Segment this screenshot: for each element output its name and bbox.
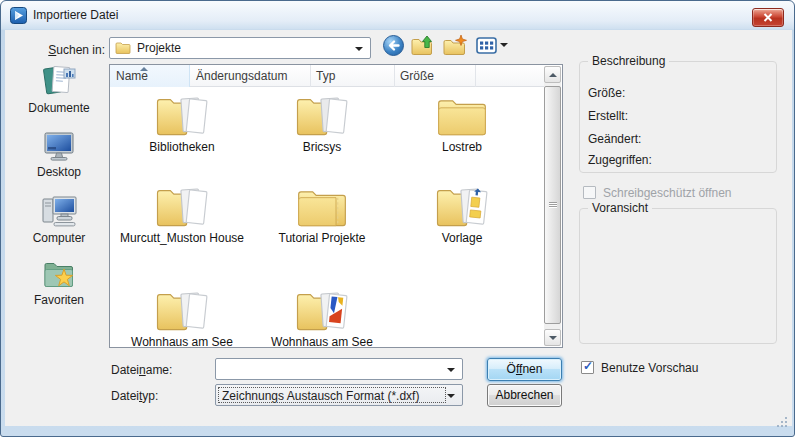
look-in-label: Suchen in: bbox=[29, 43, 105, 57]
close-button[interactable] bbox=[752, 8, 784, 27]
preview-group-title: Voransicht bbox=[588, 201, 652, 215]
preview-group: Voransicht bbox=[579, 208, 777, 344]
cancel-button[interactable]: Abbrechen bbox=[487, 384, 562, 407]
description-group-title: Beschreibung bbox=[588, 54, 669, 68]
folder-with-documents-icon bbox=[154, 92, 210, 140]
arrow-down-icon bbox=[549, 336, 557, 340]
arrow-up-icon bbox=[549, 73, 557, 77]
up-one-level-button[interactable] bbox=[410, 34, 435, 57]
file-item-label: Wohnhaus am See bbox=[252, 335, 392, 348]
filetype-label: Dateityp: bbox=[111, 389, 158, 403]
file-item[interactable]: Bibliotheken bbox=[112, 92, 252, 154]
file-item-label: Vorlage bbox=[392, 231, 532, 245]
file-item-label: Lostreb bbox=[392, 140, 532, 154]
sidebar-item-label: Desktop bbox=[37, 165, 81, 179]
bricscad-app-icon bbox=[10, 7, 27, 24]
title-bar: Importiere Datei bbox=[1, 1, 794, 30]
description-group: Beschreibung Größe: Erstellt: Geändert: … bbox=[579, 61, 777, 173]
column-separator[interactable] bbox=[394, 65, 395, 87]
close-icon bbox=[763, 13, 773, 22]
open-readonly-label: Schreibgeschützt öffnen bbox=[603, 186, 732, 200]
filename-combobox[interactable] bbox=[215, 358, 463, 380]
window-title: Importiere Datei bbox=[33, 8, 118, 22]
chevron-down-icon bbox=[447, 394, 455, 398]
sidebar-item-documents[interactable]: Dokumente bbox=[13, 64, 105, 115]
column-header-name[interactable]: Name bbox=[116, 69, 148, 83]
sidebar-item-computer[interactable]: Computer bbox=[13, 194, 105, 245]
filetype-dropdown[interactable]: Zeichnungs Austausch Format (*.dxf) bbox=[215, 384, 463, 406]
file-item-label: Wohnhaus am See bbox=[112, 335, 252, 348]
folder-with-documents-icon bbox=[154, 183, 210, 231]
folder-open-icon bbox=[294, 183, 350, 231]
view-menu-chevron-icon[interactable] bbox=[500, 43, 508, 47]
column-header-size[interactable]: Größe bbox=[400, 69, 434, 83]
filename-label: Dateiname: bbox=[111, 363, 172, 377]
file-item-label: Tutorial Projekte bbox=[252, 231, 392, 245]
column-header-type[interactable]: Typ bbox=[316, 69, 335, 83]
file-item[interactable]: Wohnhaus am See bbox=[112, 287, 252, 348]
chevron-down-icon bbox=[447, 368, 455, 372]
column-separator[interactable] bbox=[475, 65, 476, 87]
desktop-icon bbox=[40, 130, 78, 162]
open-readonly-checkbox bbox=[583, 186, 596, 199]
computer-icon bbox=[40, 194, 78, 228]
look-in-dropdown[interactable]: Projekte bbox=[109, 37, 371, 59]
documents-icon bbox=[40, 64, 78, 98]
file-item[interactable]: Bricsys bbox=[252, 92, 392, 154]
sidebar-item-label: Dokumente bbox=[28, 101, 89, 115]
scroll-up-button[interactable] bbox=[544, 66, 561, 83]
checkmark-icon: ✓ bbox=[583, 359, 593, 373]
folder-with-shortcuts-icon bbox=[434, 183, 490, 231]
column-header-date[interactable]: Änderungsdatum bbox=[196, 69, 287, 83]
file-item-label: Bibliotheken bbox=[112, 140, 252, 154]
view-menu-button[interactable] bbox=[476, 37, 497, 54]
folder-icon bbox=[115, 41, 131, 55]
description-field-modified: Geändert: bbox=[588, 132, 641, 146]
chevron-down-icon bbox=[355, 47, 363, 51]
sidebar-item-favorites[interactable]: Favoriten bbox=[13, 258, 105, 307]
file-item-label: Murcutt_Muston House bbox=[112, 231, 252, 245]
folder-with-documents-icon bbox=[154, 287, 210, 335]
file-item-label: Bricsys bbox=[252, 140, 392, 154]
favorites-icon bbox=[40, 258, 78, 290]
use-preview-checkbox[interactable]: ✓ bbox=[581, 361, 594, 374]
description-field-accessed: Zugegriffen: bbox=[588, 153, 652, 167]
import-file-dialog: Importiere Datei Suchen in: Projekte bbox=[0, 0, 795, 437]
description-field-size: Größe: bbox=[588, 86, 625, 100]
open-button[interactable]: Öffnen bbox=[487, 358, 562, 381]
folder-with-documents-icon bbox=[294, 92, 350, 140]
sidebar-item-desktop[interactable]: Desktop bbox=[13, 130, 105, 179]
file-item[interactable]: Wohnhaus am See bbox=[252, 287, 392, 348]
file-list-header: Name Änderungsdatum Typ Größe bbox=[110, 65, 545, 87]
back-button[interactable] bbox=[382, 34, 405, 57]
scroll-down-button[interactable] bbox=[544, 329, 561, 346]
dialog-client-area: Suchen in: Projekte bbox=[5, 30, 792, 426]
use-preview-label: Benutze Vorschau bbox=[601, 361, 698, 375]
file-item[interactable]: Tutorial Projekte bbox=[252, 183, 392, 245]
description-field-created: Erstellt: bbox=[588, 109, 628, 123]
sidebar-item-label: Favoriten bbox=[34, 293, 84, 307]
folder-with-drawing-icon bbox=[294, 287, 350, 335]
scrollbar-thumb[interactable] bbox=[544, 86, 561, 324]
sidebar-item-label: Computer bbox=[33, 231, 86, 245]
filetype-value: Zeichnungs Austausch Format (*.dxf) bbox=[218, 387, 446, 403]
new-folder-button[interactable] bbox=[442, 34, 469, 57]
file-item[interactable]: Vorlage bbox=[392, 183, 532, 245]
scrollbar-grip bbox=[549, 202, 557, 208]
resize-grip[interactable] bbox=[777, 416, 788, 427]
folder-icon bbox=[434, 92, 490, 140]
file-list: Name Änderungsdatum Typ Größe Bibliothek… bbox=[109, 64, 563, 348]
look-in-value: Projekte bbox=[137, 41, 181, 55]
filename-input[interactable] bbox=[220, 360, 462, 378]
file-item[interactable]: Murcutt_Muston House bbox=[112, 183, 252, 245]
file-item[interactable]: Lostreb bbox=[392, 92, 532, 154]
column-separator[interactable] bbox=[310, 65, 311, 87]
vertical-scrollbar[interactable] bbox=[544, 66, 561, 346]
